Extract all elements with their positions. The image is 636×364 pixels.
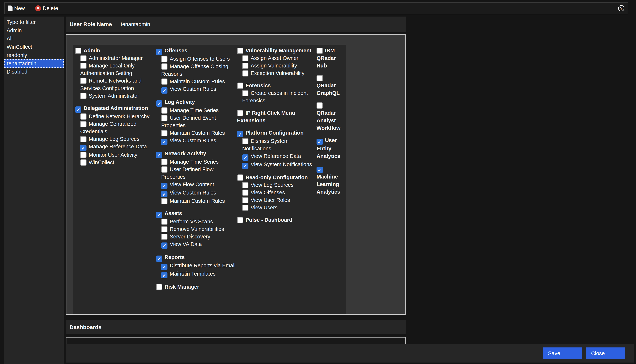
checkbox-unchecked[interactable]	[156, 284, 162, 290]
checkbox-unchecked[interactable]	[80, 114, 87, 120]
checkbox-unchecked[interactable]	[75, 48, 81, 54]
permission-wincollect[interactable]: WinCollect	[75, 159, 156, 166]
permission-delegated-administration[interactable]: ✓Delegated Administration	[75, 104, 156, 113]
checkbox-checked[interactable]: ✓	[161, 139, 167, 145]
checkbox-unchecked[interactable]	[237, 82, 243, 89]
checkbox-checked[interactable]: ✓	[156, 152, 162, 158]
permission-view-log-sources[interactable]: View Log Sources	[237, 181, 316, 189]
permission-administrator-manager[interactable]: Administrator Manager	[75, 54, 156, 62]
sidebar-item-readonly[interactable]: readonly	[5, 51, 64, 60]
checkbox-unchecked[interactable]	[161, 107, 167, 114]
permission-view-user-roles[interactable]: View User Roles	[237, 196, 316, 204]
permission-manage-local-only-authentication-setting[interactable]: Manage Local Only Authentication Setting	[75, 62, 156, 77]
close-button[interactable]: Close	[586, 348, 625, 359]
permission-exception-vulnerability[interactable]: Exception Vulnerability	[237, 70, 316, 77]
checkbox-unchecked[interactable]	[161, 226, 167, 232]
permission-user-entity-analytics[interactable]: ✓User Entity Analytics	[316, 136, 344, 160]
permission-view-system-notifications[interactable]: ✓View System Notifications	[237, 161, 316, 169]
permission-maintain-custom-rules[interactable]: Maintain Custom Rules	[156, 197, 237, 205]
checkbox-checked[interactable]: ✓	[161, 264, 167, 270]
checkbox-unchecked[interactable]	[242, 138, 248, 144]
checkbox-unchecked[interactable]	[242, 197, 248, 203]
permission-read-only-configuration[interactable]: Read-only Configuration	[237, 174, 316, 181]
role-filter-input[interactable]: Type to filter	[5, 18, 64, 26]
permission-system-administrator[interactable]: System Administrator	[75, 92, 156, 100]
permission-reports[interactable]: ✓Reports	[156, 254, 237, 262]
permission-ibm-qradar-hub[interactable]: IBM QRadar Hub	[316, 47, 344, 70]
checkbox-checked[interactable]: ✓	[156, 49, 162, 55]
permission-qradar-graphql[interactable]: QRadar GraphQL	[316, 74, 344, 97]
permission-risk-manager[interactable]: Risk Manager	[156, 283, 237, 291]
checkbox-unchecked[interactable]	[161, 166, 167, 172]
permission-maintain-custom-rules[interactable]: Maintain Custom Rules	[156, 78, 237, 85]
checkbox-unchecked[interactable]	[161, 198, 167, 204]
permission-view-users[interactable]: View Users	[237, 204, 316, 212]
checkbox-unchecked[interactable]	[161, 218, 167, 225]
checkbox-unchecked[interactable]	[161, 234, 167, 240]
checkbox-unchecked[interactable]	[161, 130, 167, 136]
checkbox-checked[interactable]: ✓	[316, 167, 323, 173]
checkbox-unchecked[interactable]	[242, 204, 248, 211]
checkbox-checked[interactable]: ✓	[237, 131, 243, 137]
delete-button[interactable]: ✕ Delete	[35, 5, 58, 12]
checkbox-unchecked[interactable]	[80, 93, 87, 99]
help-button[interactable]: ?	[618, 5, 624, 12]
checkbox-unchecked[interactable]	[161, 115, 167, 121]
checkbox-checked[interactable]: ✓	[156, 212, 162, 218]
permission-perform-va-scans[interactable]: Perform VA Scans	[156, 218, 237, 226]
sidebar-item-disabled[interactable]: Disabled	[5, 68, 64, 76]
permission-view-offenses[interactable]: View Offenses	[237, 189, 316, 196]
checkbox-checked[interactable]: ✓	[161, 272, 167, 278]
sidebar-item-admin[interactable]: Admin	[5, 26, 64, 34]
permission-admin[interactable]: Admin	[75, 47, 156, 54]
checkbox-checked[interactable]: ✓	[242, 163, 248, 169]
checkbox-checked[interactable]: ✓	[156, 256, 162, 262]
checkbox-unchecked[interactable]	[237, 174, 243, 181]
checkbox-checked[interactable]: ✓	[161, 242, 167, 249]
checkbox-unchecked[interactable]	[161, 159, 167, 165]
permission-assign-vulnerability[interactable]: Assign Vulnerability	[237, 62, 316, 70]
checkbox-unchecked[interactable]	[316, 48, 323, 54]
permission-view-va-data[interactable]: ✓View VA Data	[156, 240, 237, 249]
permission-maintain-templates[interactable]: ✓Maintain Templates	[156, 270, 237, 278]
permission-dismiss-system-notifications[interactable]: Dismiss System Notifications	[237, 137, 316, 152]
permission-view-custom-rules[interactable]: ✓View Custom Rules	[156, 85, 237, 94]
permission-network-activity[interactable]: ✓Network Activity	[156, 150, 237, 158]
permission-forensics[interactable]: Forensics	[237, 82, 316, 89]
permission-platform-configuration[interactable]: ✓Platform Configuration	[237, 129, 316, 137]
checkbox-unchecked[interactable]	[237, 217, 243, 223]
checkbox-unchecked[interactable]	[80, 136, 87, 142]
permission-machine-learning-analytics[interactable]: ✓Machine Learning Analytics	[316, 165, 344, 196]
permission-assign-offenses-to-users[interactable]: Assign Offenses to Users	[156, 55, 237, 63]
permission-create-cases-in-incident-forensics[interactable]: Create cases in Incident Forensics	[237, 89, 316, 104]
checkbox-unchecked[interactable]	[161, 56, 167, 62]
checkbox-unchecked[interactable]	[316, 102, 323, 109]
checkbox-checked[interactable]: ✓	[161, 87, 167, 94]
checkbox-unchecked[interactable]	[242, 63, 248, 69]
permission-manage-time-series[interactable]: Manage Time Series	[156, 107, 237, 114]
permission-maintain-custom-rules[interactable]: Maintain Custom Rules	[156, 129, 237, 137]
permission-ip-right-click-menu-extensions[interactable]: IP Right Click Menu Extensions	[237, 109, 316, 124]
permission-monitor-user-activity[interactable]: Monitor User Activity	[75, 151, 156, 159]
checkbox-unchecked[interactable]	[242, 70, 248, 76]
checkbox-unchecked[interactable]	[242, 190, 248, 196]
checkbox-checked[interactable]: ✓	[316, 138, 323, 145]
permission-view-reference-data[interactable]: ✓View Reference Data	[237, 152, 316, 161]
permission-remove-vulnerabilities[interactable]: Remove Vulnerabilities	[156, 226, 237, 233]
checkbox-unchecked[interactable]	[316, 75, 323, 81]
sidebar-item-all[interactable]: All	[5, 34, 64, 43]
permission-view-custom-rules[interactable]: ✓View Custom Rules	[156, 137, 237, 145]
checkbox-unchecked[interactable]	[161, 64, 167, 70]
checkbox-unchecked[interactable]	[242, 182, 248, 188]
permission-assign-asset-owner[interactable]: Assign Asset Owner	[237, 54, 316, 62]
checkbox-checked[interactable]: ✓	[161, 191, 167, 197]
permission-qradar-analyst-workflow[interactable]: QRadar Analyst Workflow	[316, 102, 344, 132]
checkbox-unchecked[interactable]	[80, 121, 87, 127]
permission-manage-centralized-credentials[interactable]: Manage Centralized Credentials	[75, 120, 156, 135]
checkbox-checked[interactable]: ✓	[80, 145, 87, 151]
checkbox-unchecked[interactable]	[242, 55, 248, 62]
checkbox-unchecked[interactable]	[242, 90, 248, 96]
checkbox-unchecked[interactable]	[237, 110, 243, 116]
permission-view-flow-content[interactable]: ✓View Flow Content	[156, 181, 237, 189]
permission-server-discovery[interactable]: Server Discovery	[156, 233, 237, 240]
